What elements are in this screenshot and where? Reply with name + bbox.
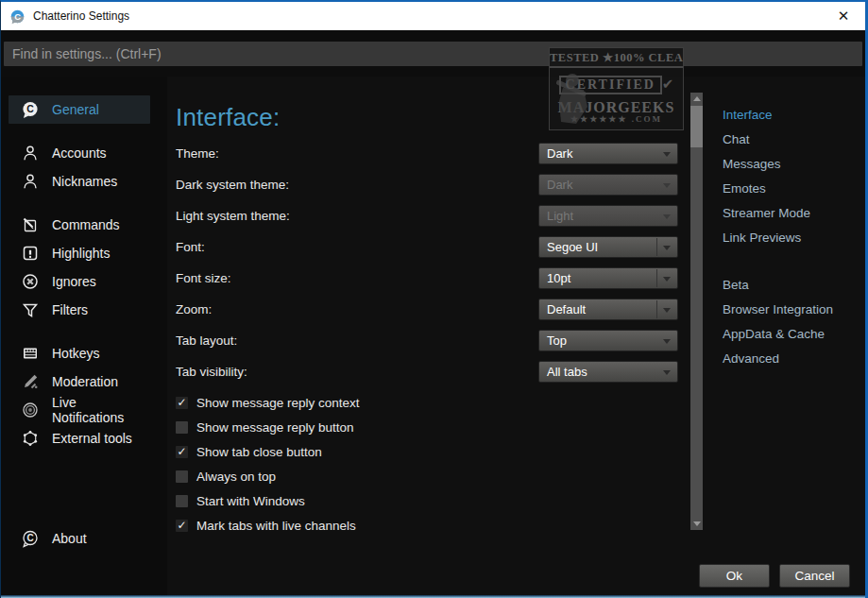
sidebar-item-label: Ignores (52, 274, 96, 289)
dropdown-value: Default (547, 302, 586, 316)
titlebar[interactable]: C Chatterino Settings ✕ (1, 2, 865, 30)
target-icon (21, 401, 40, 419)
sidebar-item-label: Commands (52, 217, 120, 232)
quicknav-advanced[interactable]: Advanced (723, 347, 865, 371)
sidebar-item-external-tools[interactable]: External tools (9, 424, 150, 453)
circle-x-icon (21, 272, 40, 291)
dropdown-value: Dark (547, 146, 572, 161)
svg-text:C: C (14, 11, 21, 21)
sidebar-item-accounts[interactable]: Accounts (9, 139, 150, 167)
setting-row-zoom: Zoom: Default (176, 294, 705, 325)
checkbox-label: Show message reply button (196, 420, 354, 435)
sidebar-item-label: General (52, 102, 99, 117)
quicknav-browser-integration[interactable]: Browser Integration (723, 298, 865, 322)
scroll-up-icon[interactable] (690, 93, 703, 105)
chevron-down-icon (663, 308, 671, 313)
zoom-combobox[interactable]: Default (538, 299, 678, 320)
sidebar-item-ignores[interactable]: Ignores (9, 267, 150, 296)
scroll-down-icon[interactable] (690, 518, 703, 530)
chevron-down-icon (663, 277, 671, 282)
sidebar-item-general[interactable]: C General (9, 95, 150, 124)
pencil-note-icon (21, 215, 40, 234)
setting-row-tab-visibility: Tab visibility: All tabs (176, 356, 705, 387)
sidebar-item-label: Nicknames (52, 174, 117, 189)
chevron-down-icon (663, 339, 671, 344)
sidebar-item-filters[interactable]: Filters (9, 296, 150, 324)
chevron-down-icon (663, 183, 671, 188)
checkbox-label: Start with Windows (196, 494, 305, 508)
checkbox-label: Always on top (196, 470, 276, 484)
sidebar-item-label: About (52, 531, 87, 546)
sidebar-item-highlights[interactable]: Highlights (9, 239, 150, 267)
chevron-down-icon (663, 152, 671, 157)
setting-row-tab-layout: Tab layout: Top (176, 325, 705, 356)
quicknav-emotes[interactable]: Emotes (723, 177, 865, 201)
checkbox-show-tab-close-button[interactable]: ✓ Show tab close button (176, 439, 705, 464)
checkbox-show-message-reply-context[interactable]: ✓ Show message reply context (176, 390, 705, 415)
sidebar-item-live-notifications[interactable]: Live Notifications (9, 396, 150, 424)
sidebar-item-label: Moderation (52, 374, 118, 389)
sidebar-item-nicknames[interactable]: Nicknames (9, 167, 150, 196)
dropdown-value: Top (547, 333, 567, 348)
ok-button[interactable]: Ok (699, 564, 770, 588)
sword-icon (21, 372, 40, 391)
scrollbar-thumb[interactable] (690, 106, 703, 147)
close-icon[interactable]: ✕ (822, 2, 865, 30)
sidebar-item-commands[interactable]: Commands (9, 211, 150, 239)
quicknav-link-previews[interactable]: Link Previews (723, 226, 865, 250)
chevron-down-icon (663, 214, 671, 219)
dark-system-theme-dropdown[interactable]: Dark (538, 174, 678, 196)
settings-content: Interface: Theme: Dark Dark system theme… (167, 77, 705, 598)
sidebar-item-label: External tools (52, 431, 132, 446)
sidebar-item-hotkeys[interactable]: Hotkeys (9, 339, 150, 367)
watermark-check-icon: ✔ (662, 77, 674, 92)
sidebar-item-label: Hotkeys (52, 346, 100, 361)
sidebar-item-label: Highlights (52, 246, 110, 261)
setting-label: Dark system theme: (176, 178, 538, 192)
tab-layout-dropdown[interactable]: Top (538, 330, 678, 351)
light-system-theme-dropdown[interactable]: Light (538, 205, 678, 227)
checkbox-box (176, 421, 188, 434)
checkbox-show-message-reply-button[interactable]: Show message reply button (176, 415, 705, 439)
gear-dots-icon (21, 429, 40, 448)
settings-sidebar: C General Accounts (1, 77, 167, 598)
quicknav-streamer-mode[interactable]: Streamer Mode (723, 201, 865, 226)
quicknav-beta[interactable]: Beta (723, 273, 865, 298)
checkbox-box (176, 495, 188, 507)
dropdown-value: All tabs (547, 365, 587, 379)
search-input[interactable] (4, 42, 862, 66)
checkbox-start-with-windows[interactable]: Start with Windows (176, 488, 705, 513)
search-strip (1, 30, 865, 77)
funnel-icon (21, 300, 40, 319)
cancel-button[interactable]: Cancel (779, 564, 850, 588)
setting-row-font: Font: Segoe UI (176, 231, 705, 263)
window-title: Chatterino Settings (33, 9, 129, 23)
font-size-combobox[interactable]: 10pt (538, 267, 678, 289)
sidebar-item-moderation[interactable]: Moderation (9, 367, 150, 396)
dropdown-value: Dark (547, 178, 572, 192)
setting-label: Tab visibility: (176, 365, 538, 379)
checkbox-always-on-top[interactable]: Always on top (176, 464, 705, 488)
quicknav-messages[interactable]: Messages (723, 152, 865, 177)
setting-row-dark-system-theme: Dark system theme: Dark (176, 169, 705, 200)
setting-row-light-system-theme: Light system theme: Light (176, 200, 705, 231)
chatterino-logo-icon: C (21, 100, 40, 119)
quicknav-chat[interactable]: Chat (723, 128, 865, 152)
soldier-silhouette (553, 69, 597, 126)
checkbox-box: ✓ (176, 397, 188, 409)
main-area: C General Accounts (1, 77, 865, 598)
font-combobox[interactable]: Segoe UI (538, 236, 678, 258)
sidebar-spacer (1, 468, 167, 524)
checkbox-box (176, 470, 188, 483)
checkbox-mark-tabs-live-channels[interactable]: ✓ Mark tabs with live channels (176, 513, 705, 538)
quicknav-interface[interactable]: Interface (723, 103, 865, 128)
majorgeeks-watermark: TESTED ★100% CLEAN CERTIFIED✔ MAJORGEEKS… (549, 47, 684, 130)
sidebar-item-about[interactable]: C About (9, 524, 150, 553)
tab-visibility-dropdown[interactable]: All tabs (538, 361, 678, 383)
sidebar-item-label: Accounts (52, 145, 107, 161)
content-scrollbar[interactable] (690, 93, 703, 530)
chatterino-app-icon: C (9, 9, 26, 25)
dropdown-value: 10pt (547, 271, 570, 285)
quicknav-appdata-cache[interactable]: AppData & Cache (723, 322, 865, 347)
theme-dropdown[interactable]: Dark (538, 143, 678, 164)
